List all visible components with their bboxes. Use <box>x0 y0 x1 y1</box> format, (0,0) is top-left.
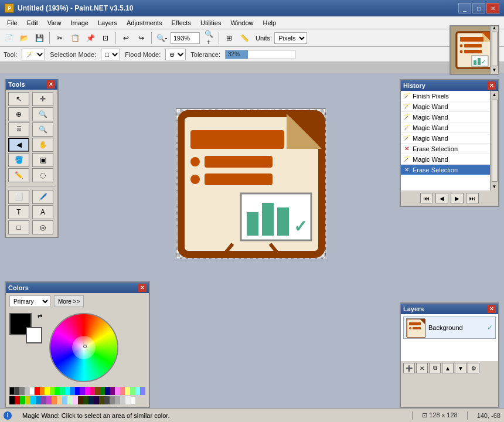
palette-cell2[interactable] <box>9 396 15 404</box>
color-wheel-wrap[interactable] <box>49 313 118 382</box>
tool-fill[interactable]: 🪣 <box>8 153 29 167</box>
hist-first-button[interactable]: ⏮ <box>420 193 433 203</box>
more-button[interactable]: More >> <box>54 295 84 307</box>
copy-button[interactable]: 📋 <box>69 32 81 45</box>
palette-cell[interactable] <box>29 387 35 395</box>
layer-settings-button[interactable]: ⚙ <box>468 363 479 373</box>
palette-cell2[interactable] <box>88 396 94 404</box>
tools-panel-header[interactable]: Tools ✕ <box>6 79 57 90</box>
rulers-button[interactable]: 📏 <box>238 32 251 45</box>
palette-cell2[interactable] <box>125 396 131 404</box>
zoom-in-button[interactable]: 🔍+ <box>202 32 215 45</box>
history-item-6[interactable]: 🪄 Magic Wand <box>401 154 490 165</box>
palette-cell[interactable] <box>85 387 90 395</box>
menu-utilities[interactable]: Utilities <box>196 18 226 28</box>
layers-panel-close[interactable]: ✕ <box>488 305 496 313</box>
palette-cell2[interactable] <box>20 396 25 404</box>
palette-cell2[interactable] <box>57 396 62 404</box>
palette-cell[interactable] <box>35 387 40 395</box>
palette-cell[interactable] <box>60 387 65 395</box>
save-button[interactable]: 💾 <box>33 32 46 45</box>
tolerance-bar[interactable]: 32% <box>225 50 295 59</box>
palette-cell[interactable] <box>120 387 125 395</box>
palette-cell2[interactable] <box>120 396 125 404</box>
palette-cell[interactable] <box>95 387 100 395</box>
menu-file[interactable]: File <box>2 18 22 28</box>
palette-cell[interactable] <box>75 387 80 395</box>
palette-cell[interactable] <box>105 387 110 395</box>
zoom-out-button[interactable]: 🔍- <box>155 32 168 45</box>
history-item-3[interactable]: 🪄 Magic Wand <box>401 122 490 133</box>
hist-scroll-up[interactable]: ▲ <box>491 91 498 98</box>
zoom-display[interactable]: 193% <box>171 32 200 44</box>
tool-arrow[interactable]: ↖ <box>8 92 29 106</box>
paste-button[interactable]: 📌 <box>84 32 97 45</box>
layer-add-button[interactable]: ➕ <box>403 363 415 373</box>
flood-mode-select[interactable]: ⊕ <box>165 49 186 60</box>
palette-cell2[interactable] <box>46 396 52 404</box>
undo-button[interactable]: ↩ <box>120 32 132 45</box>
menu-effects[interactable]: Effects <box>167 18 196 28</box>
palette-cell2[interactable] <box>25 396 30 404</box>
minimize-button[interactable]: _ <box>458 3 471 13</box>
palette-cell2[interactable] <box>94 396 99 404</box>
layer-background[interactable]: Background ✓ <box>403 316 496 339</box>
palette-cell2[interactable] <box>131 396 136 404</box>
tool-ellipse-shape[interactable]: ◎ <box>32 220 53 234</box>
palette-cell2[interactable] <box>73 396 78 404</box>
grid-button[interactable]: ⊞ <box>223 32 236 45</box>
palette-cell[interactable] <box>100 387 105 395</box>
secondary-swatch[interactable] <box>26 327 42 343</box>
menu-adjustments[interactable]: Adjustments <box>122 18 167 28</box>
palette-cell2[interactable] <box>99 396 104 404</box>
palette-cell2[interactable] <box>52 396 57 404</box>
menu-image[interactable]: Image <box>66 18 93 28</box>
hist-last-button[interactable]: ⏭ <box>466 193 479 203</box>
palette-cell2[interactable] <box>78 396 83 404</box>
hist-next-button[interactable]: ▶ <box>451 193 464 203</box>
tool-brush[interactable]: ◌ <box>32 168 53 182</box>
history-item-7[interactable]: ✕ Erase Selection <box>401 165 490 175</box>
tools-panel-close[interactable]: ✕ <box>47 80 55 89</box>
palette-cell[interactable] <box>125 387 130 395</box>
palette-cell2[interactable] <box>62 396 67 404</box>
palette-cell2[interactable] <box>110 396 115 404</box>
colors-panel-close[interactable]: ✕ <box>138 284 147 292</box>
palette-cell2[interactable] <box>36 396 41 404</box>
palette-cell[interactable] <box>9 387 15 395</box>
title-controls[interactable]: _ □ ✕ <box>458 3 499 13</box>
palette-cell[interactable] <box>115 387 120 395</box>
open-button[interactable]: 📂 <box>18 32 30 45</box>
palette-cell[interactable] <box>135 387 141 395</box>
palette-cell[interactable] <box>80 387 85 395</box>
palette-cell[interactable] <box>110 387 115 395</box>
palette-cell2[interactable] <box>30 396 36 404</box>
palette-cell[interactable] <box>19 387 25 395</box>
palette-cell2[interactable] <box>41 396 46 404</box>
hist-scroll-thumb[interactable] <box>492 100 498 182</box>
layers-panel-header[interactable]: Layers ✕ <box>401 304 498 314</box>
palette-cell[interactable] <box>25 387 30 395</box>
history-item-2[interactable]: 🪄 Magic Wand <box>401 112 490 122</box>
palette-cell[interactable] <box>130 387 135 395</box>
hist-scroll-down[interactable]: ▼ <box>491 183 498 190</box>
layer-move-up-button[interactable]: ▲ <box>442 363 454 373</box>
tool-pencil[interactable]: ✏️ <box>8 168 29 182</box>
crop-button[interactable]: ⊡ <box>99 32 112 45</box>
tool-zoom[interactable]: ⊕ <box>8 107 29 121</box>
thumbnail-scrollbar[interactable]: ▲ ▼ <box>490 25 498 74</box>
close-button[interactable]: ✕ <box>486 3 499 13</box>
palette-cell[interactable] <box>45 387 50 395</box>
palette-cell[interactable] <box>90 387 95 395</box>
history-item-0[interactable]: 🪄 Finish Pixels <box>401 91 490 101</box>
tool-rect-shape[interactable]: □ <box>8 220 29 234</box>
layer-delete-button[interactable]: ✕ <box>416 363 428 373</box>
history-scrollbar[interactable]: ▲ ▼ <box>490 91 498 190</box>
menu-view[interactable]: View <box>43 18 66 28</box>
layer-duplicate-button[interactable]: ⧉ <box>429 363 441 373</box>
tool-pan[interactable]: 🔍 <box>32 107 53 121</box>
tool-text2[interactable]: A <box>32 205 53 219</box>
tool-line[interactable]: 🖊️ <box>32 190 53 204</box>
cut-button[interactable]: ✂ <box>53 32 66 45</box>
menu-layers[interactable]: Layers <box>93 18 122 28</box>
